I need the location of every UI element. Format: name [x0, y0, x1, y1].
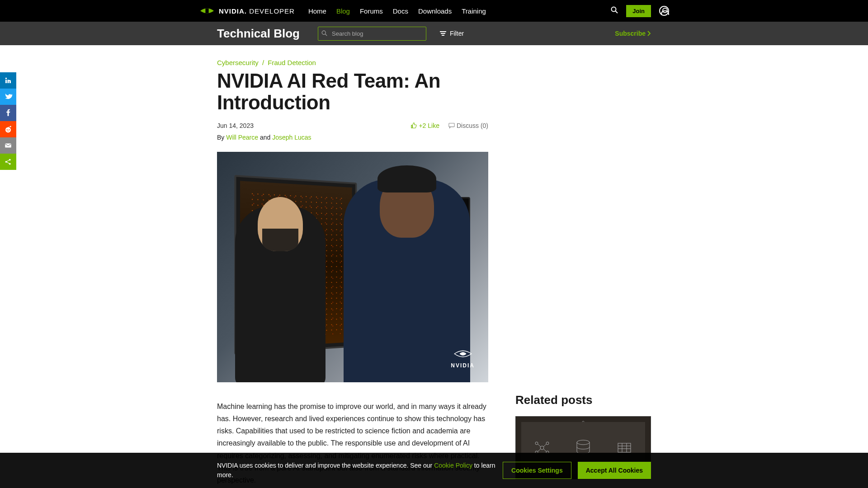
svg-point-13	[9, 163, 11, 165]
top-header: NVIDIA. DEVELOPER Home Blog Forums Docs …	[0, 0, 868, 22]
svg-line-2	[616, 11, 618, 14]
comment-icon	[448, 122, 455, 129]
like-button[interactable]: +2 Like	[410, 122, 439, 129]
share-reddit[interactable]	[0, 121, 16, 137]
breadcrumb: Cybersecurity / Fraud Detection	[217, 59, 488, 66]
nav-home[interactable]: Home	[308, 7, 326, 15]
linkedin-icon	[4, 76, 12, 84]
svg-point-27	[577, 440, 590, 445]
nav-downloads[interactable]: Downloads	[418, 7, 452, 15]
reddit-icon	[4, 125, 12, 133]
svg-point-6	[7, 129, 8, 130]
main-column: Cybersecurity / Fraud Detection NVIDIA A…	[217, 59, 488, 488]
svg-point-7	[9, 129, 9, 130]
authors: By Will Pearce and Joseph Lucas	[217, 134, 488, 141]
svg-point-5	[5, 127, 11, 133]
nvidia-eye-icon	[199, 5, 215, 16]
search-blog-input[interactable]	[318, 27, 426, 41]
page-title: NVIDIA AI Red Team: An Introduction	[217, 70, 488, 114]
nvidia-eye-icon	[452, 347, 474, 361]
cookie-settings-button[interactable]: Cookies Settings	[503, 462, 571, 479]
svg-rect-16	[449, 123, 454, 127]
share-linkedin[interactable]	[0, 72, 16, 89]
share-facebook[interactable]	[0, 105, 16, 121]
search-blog-wrapper	[318, 27, 426, 41]
nav-forums[interactable]: Forums	[360, 7, 383, 15]
svg-line-4	[326, 34, 327, 36]
svg-line-14	[7, 160, 9, 161]
social-sidebar	[0, 72, 16, 170]
category-cybersecurity[interactable]: Cybersecurity	[217, 59, 259, 66]
user-icon[interactable]	[659, 6, 669, 16]
publish-date: Jun 14, 2023	[217, 122, 254, 129]
email-icon	[4, 141, 12, 150]
join-button[interactable]: Join	[626, 5, 651, 17]
hero-nvidia-logo: NVIDIA	[451, 347, 475, 369]
nav-docs[interactable]: Docs	[393, 7, 408, 15]
category-fraud-detection[interactable]: Fraud Detection	[268, 59, 316, 66]
filter-button[interactable]: Filter	[440, 30, 464, 37]
svg-line-15	[7, 162, 9, 164]
svg-rect-10	[5, 144, 11, 148]
chevron-right-icon	[647, 31, 651, 36]
nav-blog[interactable]: Blog	[336, 7, 350, 15]
category-separator: /	[262, 59, 264, 66]
share-icon	[4, 158, 12, 166]
cookie-policy-link[interactable]: Cookie Policy	[434, 462, 472, 469]
filter-label: Filter	[450, 30, 464, 37]
svg-line-24	[543, 444, 546, 447]
meta-row: Jun 14, 2023 +2 Like Discuss (0)	[217, 122, 488, 129]
facebook-icon	[4, 109, 12, 117]
subscribe-button[interactable]: Subscribe	[615, 30, 651, 37]
svg-point-12	[9, 159, 11, 161]
cookie-text: NVIDIA uses cookies to deliver and impro…	[217, 461, 497, 480]
thumbs-up-icon	[410, 122, 417, 129]
svg-point-3	[322, 31, 326, 34]
nav-links: Home Blog Forums Docs Downloads Training	[308, 7, 486, 15]
nvidia-logo[interactable]: NVIDIA. DEVELOPER	[199, 5, 295, 16]
svg-point-18	[540, 446, 544, 450]
nav-training[interactable]: Training	[462, 7, 486, 15]
svg-point-1	[612, 7, 616, 12]
twitter-icon	[4, 93, 12, 101]
share-email[interactable]	[0, 137, 16, 154]
svg-line-25	[538, 449, 541, 451]
svg-line-23	[538, 444, 541, 447]
cookie-banner: NVIDIA uses cookies to deliver and impro…	[0, 453, 868, 488]
svg-point-11	[5, 161, 7, 163]
author-link-2[interactable]: Joseph Lucas	[272, 134, 311, 141]
svg-line-26	[543, 449, 546, 451]
share-more[interactable]	[0, 154, 16, 170]
svg-rect-0	[205, 9, 208, 14]
cookie-accept-button[interactable]: Accept All Cookies	[578, 462, 651, 479]
hero-image: NVIDIA	[217, 152, 488, 382]
author-link-1[interactable]: Will Pearce	[226, 134, 258, 141]
discuss-button[interactable]: Discuss (0)	[448, 122, 488, 129]
share-twitter[interactable]	[0, 89, 16, 105]
svg-point-20	[546, 442, 549, 445]
search-blog-icon	[321, 30, 327, 38]
blog-section-title: Technical Blog	[217, 27, 300, 41]
svg-rect-28	[618, 443, 631, 452]
search-icon[interactable]	[611, 6, 618, 15]
related-posts-title: Related posts	[515, 393, 651, 407]
filter-icon	[440, 31, 446, 36]
logo-text: NVIDIA. DEVELOPER	[219, 7, 295, 15]
sub-header: Technical Blog Filter Subscribe	[0, 22, 868, 45]
svg-point-19	[535, 442, 538, 445]
